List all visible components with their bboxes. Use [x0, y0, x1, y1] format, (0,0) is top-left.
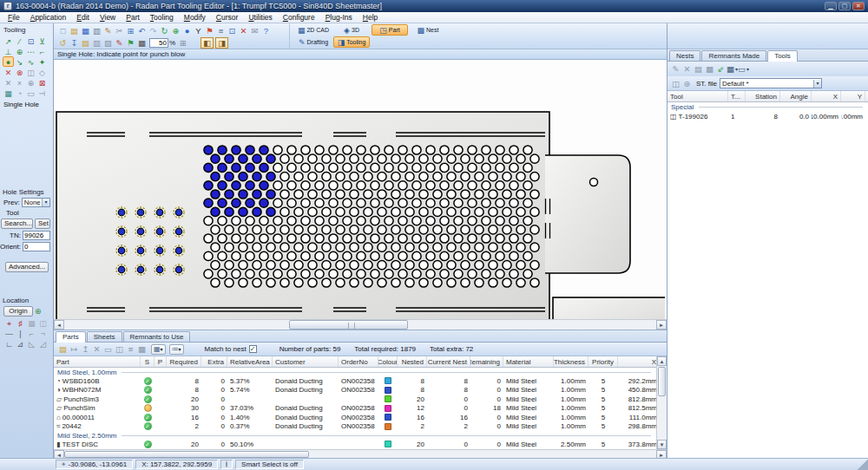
punch-star-tool-icon[interactable]: ✦ [36, 56, 48, 67]
snap-grid-icon[interactable]: ♯ [15, 318, 26, 329]
punch-segment-tool-icon[interactable]: ∕ [14, 36, 25, 46]
erase-tool-icon[interactable]: ⊠ [36, 77, 48, 88]
maximize-button[interactable]: ▢ [838, 2, 851, 10]
scroll-left-icon[interactable]: ◄ [54, 320, 64, 330]
view-button-tooling[interactable]: ◨Tooling [333, 36, 370, 48]
cut-icon[interactable]: ✂ [114, 25, 125, 36]
view-button-2d-cad[interactable]: ▦2D CAD [295, 24, 332, 36]
punch-fork-tool-icon[interactable]: ⊻ [36, 36, 48, 46]
tool-filter-icon[interactable]: ▦▾ [727, 63, 738, 75]
st-file-select[interactable]: Default * ▾ [720, 78, 822, 88]
punch-perp-tool-icon[interactable]: ⊥ [3, 46, 14, 56]
tool-row[interactable]: ◫T-199026180.010.00mm10.00mm [667, 111, 868, 121]
properties-icon[interactable]: ⊡ [227, 25, 238, 36]
regenerate-icon[interactable]: ↺ [57, 37, 69, 49]
tool-library-icon[interactable]: ▦ [704, 63, 715, 75]
station-icon[interactable]: ◫ [670, 78, 681, 89]
message-icon[interactable]: ✉ [249, 25, 260, 36]
close-button[interactable]: ✕ [852, 2, 865, 10]
menu-help[interactable]: Help [358, 13, 383, 22]
tab-parts[interactable]: Parts [56, 331, 86, 343]
add-part-icon[interactable]: ▤ [57, 343, 69, 355]
zoom-input[interactable] [149, 38, 168, 48]
view-button-drafting[interactable]: ✎Drafting [295, 36, 332, 48]
part-row[interactable]: ◑WBHN072M✓805.74%Donald DuctingON0023588… [54, 386, 656, 395]
menu-tooling[interactable]: Tooling [145, 13, 179, 22]
sort-combo[interactable]: ≔ ▾ [169, 344, 184, 355]
origin-button[interactable]: Origin [3, 306, 33, 317]
refresh-icon[interactable]: ↻ [159, 25, 170, 36]
apply-tool-icon[interactable]: ⇙ [715, 63, 727, 75]
tab-sheets[interactable]: Sheets [87, 331, 122, 342]
punch-line-tool-icon[interactable]: ↗ [3, 36, 14, 46]
punch-rect-tool-icon[interactable]: ⊡ [25, 36, 36, 46]
column-header-tool[interactable]: Tool [667, 91, 728, 101]
snap-target-icon[interactable]: ⌖ [3, 318, 15, 329]
insert-part-icon[interactable]: ↦ [69, 343, 80, 355]
menu-part[interactable]: Part [121, 13, 145, 22]
column-header-remaining[interactable]: Remaining [470, 356, 503, 367]
snap-tri2-icon[interactable]: ◺ [26, 339, 37, 349]
part-list-icon[interactable]: ≡ [125, 343, 136, 355]
tab-nests[interactable]: Nests [669, 50, 700, 61]
column-header-extra[interactable]: Extra [201, 356, 227, 367]
column-header-p[interactable]: P [155, 356, 167, 367]
tool-number-input[interactable] [23, 231, 50, 240]
tab-tools[interactable]: Tools [767, 50, 798, 62]
part-detail-icon[interactable]: ▭ [102, 343, 114, 355]
column-header-station[interactable]: Station [746, 91, 780, 101]
cluster-grid-tool-icon[interactable]: ▦ [3, 88, 14, 98]
cascade-window-icon[interactable]: ◨ [215, 37, 228, 49]
snap-tri-icon[interactable]: ⊿ [15, 339, 26, 349]
part-row[interactable]: ▱PunchSim3✓2002000Mild Steel1.00mm5812.8… [54, 395, 656, 404]
menu-file[interactable]: File [3, 13, 25, 22]
slot-tool-icon[interactable]: ▭ [25, 88, 36, 98]
scroll-up-icon[interactable]: ▲ [657, 356, 667, 366]
open-sheet-icon[interactable]: ▤ [80, 37, 91, 49]
column-header-priority[interactable]: Priority [589, 356, 618, 367]
part-row[interactable]: ⌂00.000011✓1601.40%Donald DuctingON00235… [54, 413, 656, 422]
part-row[interactable]: ≈20442✓200.37%Donald DuctingON002358220M… [54, 422, 656, 432]
column-header-y[interactable]: Y [841, 91, 865, 101]
turret-icon[interactable]: ⊛ [681, 78, 693, 89]
scroll-right-icon[interactable]: ► [656, 320, 667, 330]
column-header-material[interactable]: Material [503, 356, 554, 367]
snap-corner-icon[interactable]: ⌐ [26, 329, 37, 339]
info-icon[interactable]: ● [181, 25, 193, 36]
menu-utilities[interactable]: Utilities [243, 13, 277, 22]
remove-part-icon[interactable]: ✕ [91, 343, 102, 355]
snap-station-icon[interactable]: ◫ [37, 318, 49, 329]
column-header-angle[interactable]: Angle [780, 91, 812, 101]
view-style-combo[interactable]: ▦ ▾ [151, 344, 166, 355]
punch-row-tool-icon[interactable]: ⋯ [25, 46, 36, 56]
sheet-view-icon[interactable]: ▥ [91, 37, 102, 49]
pattern-icon[interactable]: ▧ [102, 37, 114, 49]
station-tool-icon[interactable]: ◫ [25, 67, 36, 77]
remove-b-tool-icon[interactable]: × [14, 77, 25, 88]
tab-remnants-made[interactable]: Remnants Made [701, 50, 766, 61]
new-icon[interactable]: □ [57, 25, 69, 36]
column-header-thickness[interactable]: Thickness [554, 356, 589, 367]
column-header-customer[interactable]: Customer [273, 356, 339, 367]
punch-circle-tool-icon[interactable]: ⊕ [14, 46, 25, 56]
part-grid-icon[interactable]: ▦ [136, 343, 148, 355]
single-hole-tool-icon[interactable]: ● [3, 56, 14, 67]
part-pair-icon[interactable]: ◫ [114, 343, 125, 355]
print-icon[interactable]: ▥ [91, 25, 102, 36]
column-header-x[interactable]: X [812, 91, 841, 101]
parts-hscrollbar[interactable]: ◄ ► [54, 449, 667, 458]
list-icon[interactable]: ≡ [215, 25, 227, 36]
import-icon[interactable]: ↧ [69, 37, 80, 49]
menu-cursor[interactable]: Cursor [211, 13, 244, 22]
punch-corner-tool-icon[interactable]: ⌐ [36, 46, 48, 56]
open-icon[interactable]: ▤ [69, 25, 80, 36]
column-header-s[interactable]: S [141, 356, 155, 367]
zoom-extents-icon[interactable]: ⊕ [170, 25, 181, 36]
column-header-required[interactable]: Required [167, 356, 201, 367]
delete-tool-icon[interactable]: ✕ [3, 67, 14, 77]
undo-icon[interactable]: ↶ [136, 25, 148, 36]
menu-application[interactable]: Application [25, 13, 72, 22]
punch-wave-tool-icon[interactable]: ∿ [25, 56, 36, 67]
set-button[interactable]: Set [35, 219, 50, 229]
menu-edit[interactable]: Edit [71, 13, 95, 22]
